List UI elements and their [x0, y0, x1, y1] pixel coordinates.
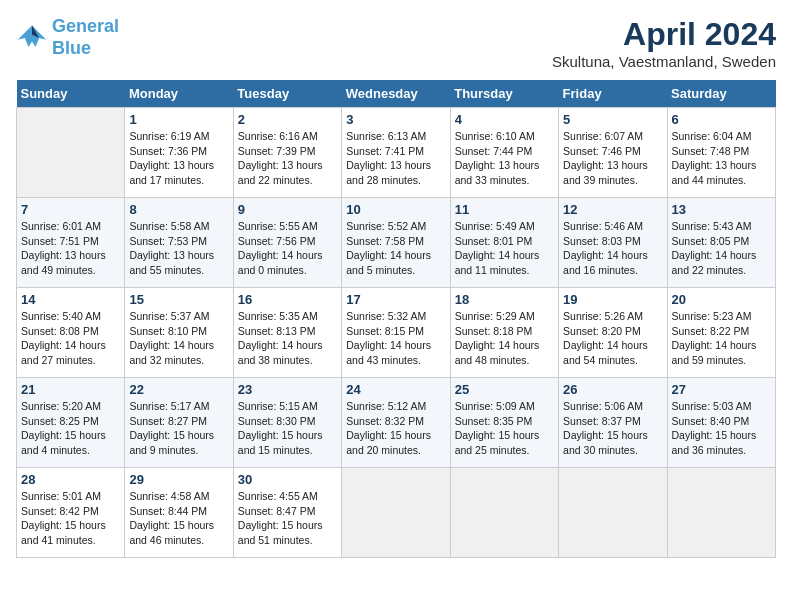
calendar-cell: 2Sunrise: 6:16 AMSunset: 7:39 PMDaylight…: [233, 108, 341, 198]
calendar-cell: 4Sunrise: 6:10 AMSunset: 7:44 PMDaylight…: [450, 108, 558, 198]
day-number: 6: [672, 112, 771, 127]
weekday-header: Saturday: [667, 80, 775, 108]
day-number: 8: [129, 202, 228, 217]
day-info: Sunrise: 5:37 AMSunset: 8:10 PMDaylight:…: [129, 309, 228, 368]
day-info: Sunrise: 4:55 AMSunset: 8:47 PMDaylight:…: [238, 489, 337, 548]
calendar-cell: [342, 468, 450, 558]
calendar-cell: 27Sunrise: 5:03 AMSunset: 8:40 PMDayligh…: [667, 378, 775, 468]
calendar-cell: 22Sunrise: 5:17 AMSunset: 8:27 PMDayligh…: [125, 378, 233, 468]
month-title: April 2024: [552, 16, 776, 53]
calendar-cell: 13Sunrise: 5:43 AMSunset: 8:05 PMDayligh…: [667, 198, 775, 288]
day-number: 4: [455, 112, 554, 127]
calendar-cell: 26Sunrise: 5:06 AMSunset: 8:37 PMDayligh…: [559, 378, 667, 468]
calendar-table: SundayMondayTuesdayWednesdayThursdayFrid…: [16, 80, 776, 558]
calendar-week-row: 14Sunrise: 5:40 AMSunset: 8:08 PMDayligh…: [17, 288, 776, 378]
logo: General Blue: [16, 16, 119, 59]
calendar-cell: 19Sunrise: 5:26 AMSunset: 8:20 PMDayligh…: [559, 288, 667, 378]
day-info: Sunrise: 5:26 AMSunset: 8:20 PMDaylight:…: [563, 309, 662, 368]
day-info: Sunrise: 4:58 AMSunset: 8:44 PMDaylight:…: [129, 489, 228, 548]
day-info: Sunrise: 5:03 AMSunset: 8:40 PMDaylight:…: [672, 399, 771, 458]
day-info: Sunrise: 5:40 AMSunset: 8:08 PMDaylight:…: [21, 309, 120, 368]
day-info: Sunrise: 5:12 AMSunset: 8:32 PMDaylight:…: [346, 399, 445, 458]
day-number: 22: [129, 382, 228, 397]
day-number: 12: [563, 202, 662, 217]
weekday-header: Sunday: [17, 80, 125, 108]
weekday-header: Tuesday: [233, 80, 341, 108]
day-number: 26: [563, 382, 662, 397]
page-header: General Blue April 2024 Skultuna, Vaestm…: [16, 16, 776, 70]
day-number: 24: [346, 382, 445, 397]
day-number: 25: [455, 382, 554, 397]
day-info: Sunrise: 6:01 AMSunset: 7:51 PMDaylight:…: [21, 219, 120, 278]
weekday-header: Wednesday: [342, 80, 450, 108]
day-number: 28: [21, 472, 120, 487]
day-info: Sunrise: 5:15 AMSunset: 8:30 PMDaylight:…: [238, 399, 337, 458]
day-number: 9: [238, 202, 337, 217]
calendar-cell: 21Sunrise: 5:20 AMSunset: 8:25 PMDayligh…: [17, 378, 125, 468]
day-number: 5: [563, 112, 662, 127]
calendar-cell: [667, 468, 775, 558]
day-number: 21: [21, 382, 120, 397]
day-number: 29: [129, 472, 228, 487]
calendar-cell: 5Sunrise: 6:07 AMSunset: 7:46 PMDaylight…: [559, 108, 667, 198]
calendar-week-row: 1Sunrise: 6:19 AMSunset: 7:36 PMDaylight…: [17, 108, 776, 198]
calendar-cell: 23Sunrise: 5:15 AMSunset: 8:30 PMDayligh…: [233, 378, 341, 468]
calendar-cell: 12Sunrise: 5:46 AMSunset: 8:03 PMDayligh…: [559, 198, 667, 288]
calendar-cell: 24Sunrise: 5:12 AMSunset: 8:32 PMDayligh…: [342, 378, 450, 468]
day-number: 3: [346, 112, 445, 127]
day-info: Sunrise: 5:29 AMSunset: 8:18 PMDaylight:…: [455, 309, 554, 368]
day-info: Sunrise: 5:23 AMSunset: 8:22 PMDaylight:…: [672, 309, 771, 368]
calendar-cell: [450, 468, 558, 558]
day-info: Sunrise: 5:55 AMSunset: 7:56 PMDaylight:…: [238, 219, 337, 278]
location: Skultuna, Vaestmanland, Sweden: [552, 53, 776, 70]
day-info: Sunrise: 6:13 AMSunset: 7:41 PMDaylight:…: [346, 129, 445, 188]
day-info: Sunrise: 5:49 AMSunset: 8:01 PMDaylight:…: [455, 219, 554, 278]
day-number: 16: [238, 292, 337, 307]
day-number: 2: [238, 112, 337, 127]
calendar-cell: 15Sunrise: 5:37 AMSunset: 8:10 PMDayligh…: [125, 288, 233, 378]
day-info: Sunrise: 6:10 AMSunset: 7:44 PMDaylight:…: [455, 129, 554, 188]
weekday-header: Thursday: [450, 80, 558, 108]
day-number: 11: [455, 202, 554, 217]
day-info: Sunrise: 5:32 AMSunset: 8:15 PMDaylight:…: [346, 309, 445, 368]
day-info: Sunrise: 5:20 AMSunset: 8:25 PMDaylight:…: [21, 399, 120, 458]
calendar-cell: 20Sunrise: 5:23 AMSunset: 8:22 PMDayligh…: [667, 288, 775, 378]
day-number: 23: [238, 382, 337, 397]
calendar-cell: 11Sunrise: 5:49 AMSunset: 8:01 PMDayligh…: [450, 198, 558, 288]
day-number: 19: [563, 292, 662, 307]
day-info: Sunrise: 5:58 AMSunset: 7:53 PMDaylight:…: [129, 219, 228, 278]
day-number: 15: [129, 292, 228, 307]
day-info: Sunrise: 5:43 AMSunset: 8:05 PMDaylight:…: [672, 219, 771, 278]
calendar-cell: 1Sunrise: 6:19 AMSunset: 7:36 PMDaylight…: [125, 108, 233, 198]
day-number: 17: [346, 292, 445, 307]
calendar-cell: 8Sunrise: 5:58 AMSunset: 7:53 PMDaylight…: [125, 198, 233, 288]
calendar-body: 1Sunrise: 6:19 AMSunset: 7:36 PMDaylight…: [17, 108, 776, 558]
calendar-cell: 18Sunrise: 5:29 AMSunset: 8:18 PMDayligh…: [450, 288, 558, 378]
logo-icon: [16, 22, 48, 54]
calendar-cell: 17Sunrise: 5:32 AMSunset: 8:15 PMDayligh…: [342, 288, 450, 378]
calendar-cell: 29Sunrise: 4:58 AMSunset: 8:44 PMDayligh…: [125, 468, 233, 558]
calendar-week-row: 28Sunrise: 5:01 AMSunset: 8:42 PMDayligh…: [17, 468, 776, 558]
calendar-cell: 28Sunrise: 5:01 AMSunset: 8:42 PMDayligh…: [17, 468, 125, 558]
calendar-cell: 3Sunrise: 6:13 AMSunset: 7:41 PMDaylight…: [342, 108, 450, 198]
day-number: 30: [238, 472, 337, 487]
day-number: 20: [672, 292, 771, 307]
calendar-cell: 9Sunrise: 5:55 AMSunset: 7:56 PMDaylight…: [233, 198, 341, 288]
day-number: 13: [672, 202, 771, 217]
weekday-header: Friday: [559, 80, 667, 108]
logo-blue: Blue: [52, 38, 91, 58]
day-info: Sunrise: 5:52 AMSunset: 7:58 PMDaylight:…: [346, 219, 445, 278]
day-info: Sunrise: 5:09 AMSunset: 8:35 PMDaylight:…: [455, 399, 554, 458]
day-info: Sunrise: 6:07 AMSunset: 7:46 PMDaylight:…: [563, 129, 662, 188]
calendar-cell: 6Sunrise: 6:04 AMSunset: 7:48 PMDaylight…: [667, 108, 775, 198]
day-number: 1: [129, 112, 228, 127]
day-number: 18: [455, 292, 554, 307]
day-info: Sunrise: 6:04 AMSunset: 7:48 PMDaylight:…: [672, 129, 771, 188]
calendar-cell: 16Sunrise: 5:35 AMSunset: 8:13 PMDayligh…: [233, 288, 341, 378]
day-info: Sunrise: 6:19 AMSunset: 7:36 PMDaylight:…: [129, 129, 228, 188]
day-info: Sunrise: 6:16 AMSunset: 7:39 PMDaylight:…: [238, 129, 337, 188]
day-info: Sunrise: 5:46 AMSunset: 8:03 PMDaylight:…: [563, 219, 662, 278]
calendar-cell: 10Sunrise: 5:52 AMSunset: 7:58 PMDayligh…: [342, 198, 450, 288]
day-info: Sunrise: 5:17 AMSunset: 8:27 PMDaylight:…: [129, 399, 228, 458]
calendar-header-row: SundayMondayTuesdayWednesdayThursdayFrid…: [17, 80, 776, 108]
